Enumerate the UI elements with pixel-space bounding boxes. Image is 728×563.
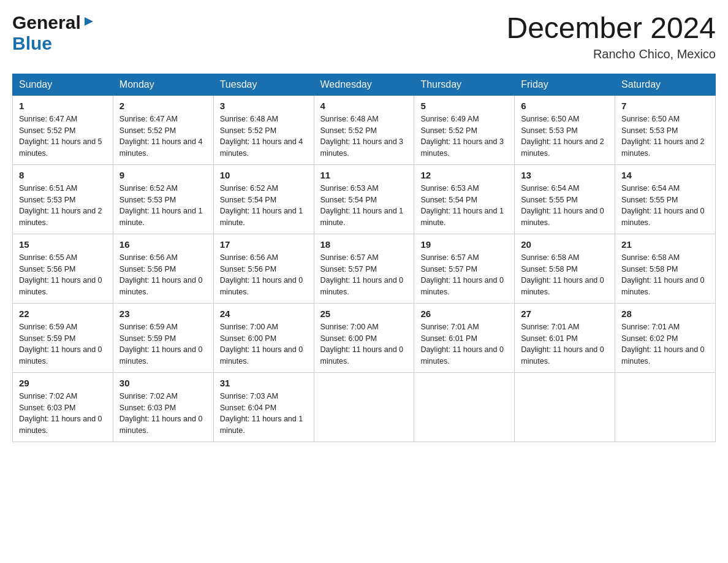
day-number: 21 (621, 239, 709, 250)
logo-blue: Blue (12, 33, 52, 53)
calendar-header-thursday: Thursday (414, 74, 515, 95)
day-info: Sunrise: 6:48 AM Sunset: 5:52 PM Dayligh… (220, 113, 308, 159)
day-number: 6 (521, 101, 609, 111)
location: Rancho Chico, Mexico (506, 47, 716, 61)
day-info: Sunrise: 6:49 AM Sunset: 5:52 PM Dayligh… (420, 113, 508, 159)
day-info: Sunrise: 6:48 AM Sunset: 5:52 PM Dayligh… (320, 113, 408, 159)
day-number: 5 (420, 101, 508, 111)
calendar-header-row: SundayMondayTuesdayWednesdayThursdayFrid… (13, 74, 716, 95)
day-number: 14 (621, 170, 709, 180)
calendar-day-7: 7 Sunrise: 6:50 AM Sunset: 5:53 PM Dayli… (615, 95, 716, 164)
day-info: Sunrise: 6:56 AM Sunset: 5:56 PM Dayligh… (119, 252, 207, 298)
calendar-day-14: 14 Sunrise: 6:54 AM Sunset: 5:55 PM Dayl… (615, 164, 716, 234)
calendar-empty-cell (515, 372, 615, 442)
day-info: Sunrise: 6:52 AM Sunset: 5:54 PM Dayligh… (220, 183, 308, 229)
calendar-day-24: 24 Sunrise: 7:00 AM Sunset: 6:00 PM Dayl… (213, 303, 314, 372)
calendar-day-23: 23 Sunrise: 6:59 AM Sunset: 5:59 PM Dayl… (113, 303, 213, 372)
day-number: 30 (119, 378, 207, 388)
calendar-header-tuesday: Tuesday (213, 74, 314, 95)
day-number: 10 (220, 170, 308, 180)
month-title: December 2024 (506, 12, 716, 45)
calendar-header-monday: Monday (113, 74, 213, 95)
day-info: Sunrise: 7:03 AM Sunset: 6:04 PM Dayligh… (220, 391, 308, 437)
day-info: Sunrise: 6:53 AM Sunset: 5:54 PM Dayligh… (420, 183, 508, 229)
day-number: 26 (420, 308, 508, 319)
calendar-day-8: 8 Sunrise: 6:51 AM Sunset: 5:53 PM Dayli… (13, 164, 113, 234)
day-info: Sunrise: 6:54 AM Sunset: 5:55 PM Dayligh… (521, 183, 609, 229)
calendar-week-4: 22 Sunrise: 6:59 AM Sunset: 5:59 PM Dayl… (13, 303, 716, 372)
day-number: 1 (19, 101, 107, 111)
day-number: 28 (621, 308, 709, 319)
day-number: 24 (220, 308, 308, 319)
calendar-day-19: 19 Sunrise: 6:57 AM Sunset: 5:57 PM Dayl… (414, 234, 515, 303)
page-header: General Blue December 2024 Rancho Chico,… (12, 12, 716, 61)
day-info: Sunrise: 6:50 AM Sunset: 5:53 PM Dayligh… (621, 113, 709, 159)
svg-marker-0 (85, 17, 93, 26)
day-number: 23 (119, 308, 207, 319)
day-number: 20 (521, 239, 609, 250)
day-number: 16 (119, 239, 207, 250)
calendar-day-2: 2 Sunrise: 6:47 AM Sunset: 5:52 PM Dayli… (113, 95, 213, 164)
day-info: Sunrise: 6:55 AM Sunset: 5:56 PM Dayligh… (19, 252, 107, 298)
day-number: 15 (19, 239, 107, 250)
calendar-empty-cell (414, 372, 515, 442)
calendar-day-13: 13 Sunrise: 6:54 AM Sunset: 5:55 PM Dayl… (515, 164, 615, 234)
logo: General Blue (12, 12, 96, 54)
calendar-day-9: 9 Sunrise: 6:52 AM Sunset: 5:53 PM Dayli… (113, 164, 213, 234)
day-info: Sunrise: 6:57 AM Sunset: 5:57 PM Dayligh… (420, 252, 508, 298)
calendar-empty-cell (314, 372, 414, 442)
day-number: 22 (19, 308, 107, 319)
calendar-day-22: 22 Sunrise: 6:59 AM Sunset: 5:59 PM Dayl… (13, 303, 113, 372)
day-info: Sunrise: 7:02 AM Sunset: 6:03 PM Dayligh… (119, 391, 207, 437)
calendar-day-15: 15 Sunrise: 6:55 AM Sunset: 5:56 PM Dayl… (13, 234, 113, 303)
day-info: Sunrise: 6:59 AM Sunset: 5:59 PM Dayligh… (19, 321, 107, 367)
calendar-day-12: 12 Sunrise: 6:53 AM Sunset: 5:54 PM Dayl… (414, 164, 515, 234)
calendar-day-4: 4 Sunrise: 6:48 AM Sunset: 5:52 PM Dayli… (314, 95, 414, 164)
day-number: 2 (119, 101, 207, 111)
calendar-table: SundayMondayTuesdayWednesdayThursdayFrid… (12, 74, 716, 442)
day-info: Sunrise: 6:47 AM Sunset: 5:52 PM Dayligh… (119, 113, 207, 159)
calendar-week-5: 29 Sunrise: 7:02 AM Sunset: 6:03 PM Dayl… (13, 372, 716, 442)
day-number: 7 (621, 101, 709, 111)
day-info: Sunrise: 6:59 AM Sunset: 5:59 PM Dayligh… (119, 321, 207, 367)
day-number: 31 (220, 378, 308, 388)
day-info: Sunrise: 7:00 AM Sunset: 6:00 PM Dayligh… (220, 321, 308, 367)
calendar-day-1: 1 Sunrise: 6:47 AM Sunset: 5:52 PM Dayli… (13, 95, 113, 164)
day-info: Sunrise: 6:47 AM Sunset: 5:52 PM Dayligh… (19, 113, 107, 159)
calendar-header-friday: Friday (515, 74, 615, 95)
day-number: 18 (320, 239, 408, 250)
calendar-day-20: 20 Sunrise: 6:58 AM Sunset: 5:58 PM Dayl… (515, 234, 615, 303)
calendar-header-saturday: Saturday (615, 74, 716, 95)
day-info: Sunrise: 6:58 AM Sunset: 5:58 PM Dayligh… (621, 252, 709, 298)
calendar-day-3: 3 Sunrise: 6:48 AM Sunset: 5:52 PM Dayli… (213, 95, 314, 164)
calendar-day-31: 31 Sunrise: 7:03 AM Sunset: 6:04 PM Dayl… (213, 372, 314, 442)
day-info: Sunrise: 6:56 AM Sunset: 5:56 PM Dayligh… (220, 252, 308, 298)
day-info: Sunrise: 7:01 AM Sunset: 6:01 PM Dayligh… (420, 321, 508, 367)
calendar-day-27: 27 Sunrise: 7:01 AM Sunset: 6:01 PM Dayl… (515, 303, 615, 372)
day-info: Sunrise: 6:58 AM Sunset: 5:58 PM Dayligh… (521, 252, 609, 298)
calendar-day-21: 21 Sunrise: 6:58 AM Sunset: 5:58 PM Dayl… (615, 234, 716, 303)
day-info: Sunrise: 7:01 AM Sunset: 6:02 PM Dayligh… (621, 321, 709, 367)
calendar-day-16: 16 Sunrise: 6:56 AM Sunset: 5:56 PM Dayl… (113, 234, 213, 303)
day-number: 12 (420, 170, 508, 180)
calendar-day-30: 30 Sunrise: 7:02 AM Sunset: 6:03 PM Dayl… (113, 372, 213, 442)
day-number: 29 (19, 378, 107, 388)
calendar-day-18: 18 Sunrise: 6:57 AM Sunset: 5:57 PM Dayl… (314, 234, 414, 303)
calendar-header-wednesday: Wednesday (314, 74, 414, 95)
day-info: Sunrise: 6:53 AM Sunset: 5:54 PM Dayligh… (320, 183, 408, 229)
day-number: 17 (220, 239, 308, 250)
calendar-header-sunday: Sunday (13, 74, 113, 95)
logo-flag-icon (82, 15, 96, 28)
day-number: 13 (521, 170, 609, 180)
logo-general: General (12, 12, 81, 33)
calendar-week-3: 15 Sunrise: 6:55 AM Sunset: 5:56 PM Dayl… (13, 234, 716, 303)
day-number: 8 (19, 170, 107, 180)
calendar-day-11: 11 Sunrise: 6:53 AM Sunset: 5:54 PM Dayl… (314, 164, 414, 234)
calendar-week-1: 1 Sunrise: 6:47 AM Sunset: 5:52 PM Dayli… (13, 95, 716, 164)
title-block: December 2024 Rancho Chico, Mexico (506, 12, 716, 61)
calendar-empty-cell (615, 372, 716, 442)
calendar-day-17: 17 Sunrise: 6:56 AM Sunset: 5:56 PM Dayl… (213, 234, 314, 303)
day-info: Sunrise: 7:00 AM Sunset: 6:00 PM Dayligh… (320, 321, 408, 367)
day-number: 27 (521, 308, 609, 319)
calendar-day-25: 25 Sunrise: 7:00 AM Sunset: 6:00 PM Dayl… (314, 303, 414, 372)
